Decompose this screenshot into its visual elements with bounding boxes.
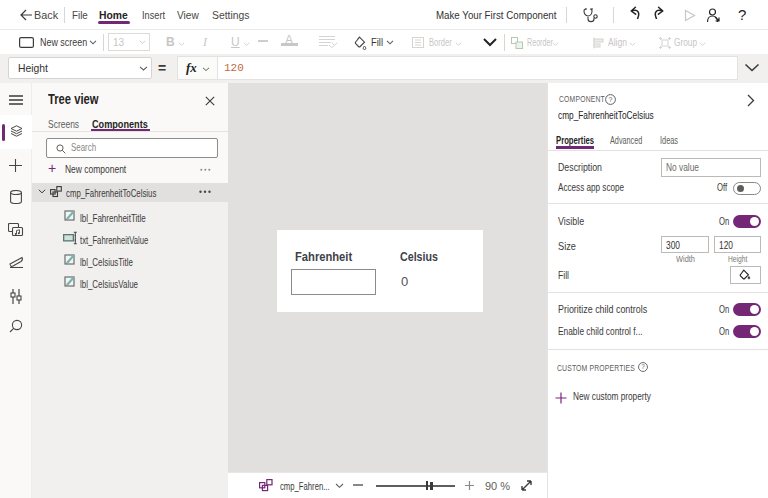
svg-text:?: ? — [609, 96, 613, 103]
svg-text:?: ? — [641, 363, 645, 370]
